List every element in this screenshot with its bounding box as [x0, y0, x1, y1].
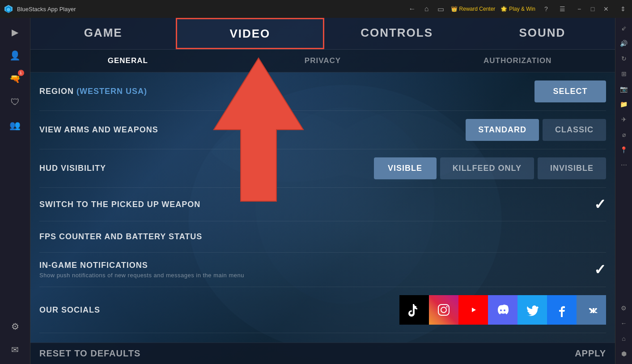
- switch-weapon-label: SWITCH TO THE PICKED UP WEAPON: [39, 200, 594, 209]
- hud-visibility-label: HUD VISIBILITY: [39, 164, 374, 173]
- titlebar-nav: ← ⌂ ▭: [406, 3, 447, 15]
- region-row: REGION (WESTERN USA) SELECT: [39, 72, 606, 111]
- subtab-authorization[interactable]: AUTHORIZATION: [420, 50, 615, 72]
- content-area: GAME VIDEO CONTROLS SOUND GENERAL PRIV: [30, 18, 615, 364]
- sidebar-item-friends[interactable]: 👥: [4, 114, 26, 136]
- titlebar-right: 👑 Reward Center 🌟 Play & Win ? ☰ − □ ✕ ⇕: [451, 3, 628, 15]
- subtab-privacy[interactable]: PRIVACY: [225, 50, 420, 72]
- tab-sound[interactable]: SOUND: [470, 18, 615, 49]
- window-controls: − □ ✕: [573, 3, 612, 15]
- crown-icon: 👑: [451, 6, 458, 12]
- maximize-button[interactable]: □: [586, 3, 599, 15]
- tab-controls[interactable]: CONTROLS: [324, 18, 470, 49]
- notifications-check[interactable]: ✓: [594, 261, 606, 278]
- titlebar: BlueStacks App Player ← ⌂ ▭ 👑 Reward Cen…: [0, 0, 632, 18]
- view-arms-row: VIEW ARMS AND WEAPONS STANDARD CLASSIC: [39, 111, 606, 149]
- sidebar-badge: 1: [18, 70, 24, 76]
- vk-icon[interactable]: [577, 295, 606, 325]
- expand-icon[interactable]: ⇕: [618, 4, 628, 14]
- view-arms-standard-button[interactable]: STANDARD: [466, 119, 539, 141]
- right-sidebar-grid[interactable]: ⊞: [617, 67, 631, 80]
- right-sidebar-back[interactable]: ←: [617, 317, 631, 330]
- youtube-icon[interactable]: [458, 295, 488, 325]
- settings-icon: ⚙: [11, 321, 19, 332]
- sidebar-item-shield[interactable]: 🛡: [4, 91, 26, 113]
- tab-game[interactable]: GAME: [30, 18, 176, 49]
- reward-center[interactable]: 👑 Reward Center: [451, 6, 496, 12]
- sidebar-item-profile[interactable]: 👤: [4, 45, 26, 66]
- close-button[interactable]: ✕: [600, 3, 612, 15]
- instagram-icon[interactable]: [429, 295, 458, 325]
- svg-point-7: [446, 306, 448, 308]
- right-sidebar-erase[interactable]: ⌀: [617, 128, 631, 141]
- friends-icon: 👥: [9, 120, 21, 131]
- hud-visibility-row: HUD VISIBILITY VISIBLE KILLFEED ONLY INV…: [39, 149, 606, 188]
- settings-panel: GAME VIDEO CONTROLS SOUND GENERAL PRIV: [30, 18, 615, 364]
- view-arms-classic-button[interactable]: CLASSIC: [543, 119, 606, 141]
- main-area: ▶ 👤 🔫 1 🛡 👥 ⚙ ✉: [0, 18, 632, 364]
- minimize-button[interactable]: −: [573, 3, 585, 15]
- right-sidebar-rotate[interactable]: ↻: [617, 52, 631, 65]
- switch-weapon-check[interactable]: ✓: [594, 196, 606, 213]
- settings-content: REGION (WESTERN USA) SELECT VIEW ARMS AN…: [30, 72, 615, 343]
- sun-icon: 🌟: [501, 6, 507, 12]
- socials-label: OUR SOCIALS: [39, 305, 399, 315]
- play-win[interactable]: 🌟 Play & Win: [501, 6, 535, 12]
- left-sidebar: ▶ 👤 🔫 1 🛡 👥 ⚙ ✉: [0, 18, 30, 364]
- profile-icon: 👤: [9, 50, 21, 61]
- hud-invisible-button[interactable]: INVISIBLE: [538, 157, 606, 179]
- region-controls: SELECT: [534, 80, 606, 102]
- view-arms-label: VIEW ARMS AND WEAPONS: [39, 125, 466, 135]
- socials-controls: [399, 295, 606, 325]
- reset-defaults-button[interactable]: RESET TO DEFAULTS: [39, 348, 140, 359]
- fps-counter-row: FPS COUNTER AND BATTERY STATUS: [39, 221, 606, 253]
- sidebar-item-play[interactable]: ▶: [4, 21, 26, 43]
- right-sidebar-volume[interactable]: 🔊: [617, 37, 631, 50]
- tab-button[interactable]: ▭: [435, 3, 447, 15]
- sidebar-item-mail[interactable]: ✉: [4, 339, 26, 360]
- subtab-bar: GENERAL PRIVACY AUTHORIZATION: [30, 50, 615, 72]
- right-sidebar-folder[interactable]: 📁: [617, 97, 631, 111]
- right-sidebar-home[interactable]: ⌂: [617, 332, 631, 345]
- notifications-label: IN-GAME NOTIFICATIONS Show push notifica…: [39, 261, 594, 279]
- home-button[interactable]: ⌂: [420, 3, 433, 15]
- switch-weapon-controls: ✓: [594, 196, 606, 213]
- help-icon[interactable]: ?: [541, 4, 551, 14]
- play-icon: ▶: [12, 27, 18, 38]
- right-sidebar-fullscreen[interactable]: ⇙: [617, 21, 631, 35]
- right-sidebar-camera[interactable]: 📷: [617, 82, 631, 96]
- tab-bar: GAME VIDEO CONTROLS SOUND: [30, 18, 615, 50]
- right-sidebar-settings[interactable]: ⚙: [617, 301, 631, 315]
- hud-killfeed-button[interactable]: KILLFEED ONLY: [440, 157, 534, 179]
- right-sidebar-location[interactable]: 📍: [617, 143, 631, 157]
- svg-rect-5: [438, 305, 449, 315]
- notifications-sublabel: Show push notifications of new requests …: [39, 272, 594, 279]
- hud-visible-button[interactable]: VISIBLE: [374, 157, 437, 179]
- region-select-button[interactable]: SELECT: [534, 80, 606, 102]
- right-sidebar-more[interactable]: ⋯: [617, 158, 631, 172]
- facebook-icon[interactable]: [547, 295, 577, 325]
- switch-weapon-row: SWITCH TO THE PICKED UP WEAPON ✓: [39, 188, 606, 221]
- svg-point-6: [441, 307, 446, 313]
- tab-video[interactable]: VIDEO: [176, 18, 324, 49]
- app-title: BlueStacks App Player: [17, 6, 403, 13]
- subtab-general[interactable]: GENERAL: [30, 50, 225, 72]
- discord-icon[interactable]: [488, 295, 517, 325]
- hud-visibility-controls: VISIBLE KILLFEED ONLY INVISIBLE: [374, 157, 606, 179]
- region-value: (WESTERN USA): [76, 87, 147, 96]
- menu-icon[interactable]: ☰: [557, 4, 568, 14]
- right-sidebar: ⇙ 🔊 ↻ ⊞ 📷 📁 ✈ ⌀ 📍 ⋯ ⚙ ← ⌂ ⬢: [615, 18, 632, 364]
- right-sidebar-hex[interactable]: ⬢: [617, 347, 631, 360]
- fps-counter-label: FPS COUNTER AND BATTERY STATUS: [39, 232, 606, 241]
- back-button[interactable]: ←: [406, 3, 419, 15]
- sidebar-item-settings[interactable]: ⚙: [4, 316, 26, 337]
- notifications-controls: ✓: [594, 261, 606, 278]
- play-win-label: Play & Win: [509, 6, 535, 12]
- twitter-icon[interactable]: [517, 295, 547, 325]
- right-sidebar-airplane[interactable]: ✈: [617, 113, 631, 126]
- apply-button[interactable]: APPLY: [575, 348, 606, 359]
- reward-center-label: Reward Center: [459, 6, 496, 12]
- sidebar-item-game[interactable]: 🔫 1: [4, 68, 26, 89]
- bluestacks-logo: [4, 4, 13, 14]
- tiktok-icon[interactable]: [399, 295, 429, 325]
